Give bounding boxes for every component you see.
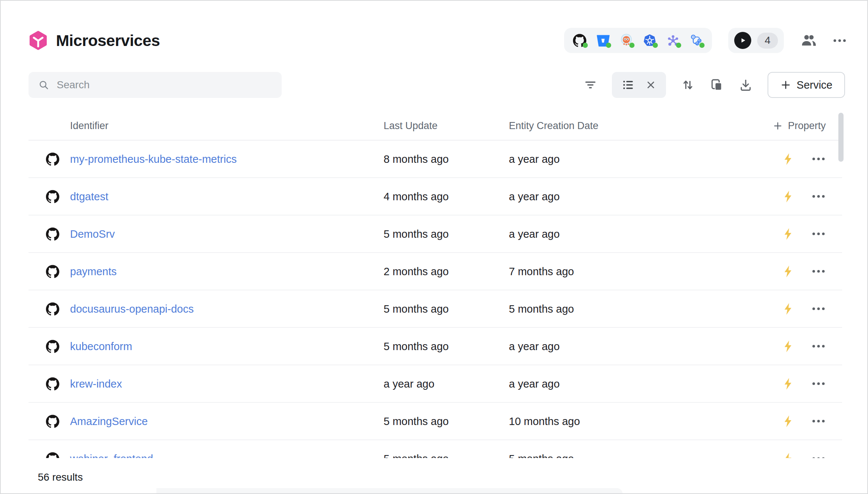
row-menu-button[interactable] <box>810 376 827 391</box>
horizontal-scrollbar-track <box>156 488 623 494</box>
bitbucket-integration-icon[interactable] <box>596 34 610 47</box>
argocd-integration-icon[interactable] <box>620 34 633 47</box>
last-update-cell: 5 months ago <box>384 340 449 352</box>
ellipsis-icon <box>812 158 815 160</box>
entities-table: Identifier Last Update Entity Creation D… <box>29 112 842 458</box>
run-action-button[interactable] <box>781 190 795 204</box>
github-integration-icon[interactable] <box>573 34 586 47</box>
close-icon <box>645 79 656 90</box>
entity-identifier-link[interactable]: DemoSrv <box>70 228 115 240</box>
filter-button[interactable] <box>584 78 597 92</box>
row-menu-button[interactable] <box>810 227 827 241</box>
creation-date-cell: a year ago <box>509 340 560 352</box>
run-action-button[interactable] <box>781 452 795 458</box>
row-menu-button[interactable] <box>810 302 827 316</box>
table-row: DemoSrv 5 months ago a year ago <box>29 215 842 253</box>
github-icon <box>46 152 59 166</box>
creation-date-cell: a year ago <box>509 190 560 202</box>
creation-date-cell: 5 months ago <box>509 452 574 458</box>
last-update-cell: 4 months ago <box>384 190 449 202</box>
vertical-scrollbar[interactable] <box>838 113 844 162</box>
github-icon <box>46 227 59 241</box>
filter-icon <box>584 78 597 92</box>
lightning-icon <box>782 452 794 458</box>
entity-identifier-link[interactable]: my-prometheus-kube-state-metrics <box>70 153 237 165</box>
lightning-icon <box>782 228 794 240</box>
search-input[interactable] <box>57 79 272 91</box>
last-update-cell: 5 months ago <box>384 415 449 427</box>
pipeline-integration-icon[interactable] <box>690 34 703 47</box>
status-dot <box>606 43 611 48</box>
ellipsis-icon <box>812 307 815 310</box>
table-row: krew-index a year ago a year ago <box>29 365 842 403</box>
column-header-entity-creation-date[interactable]: Entity Creation Date <box>509 120 599 132</box>
list-view-button[interactable] <box>622 78 635 92</box>
row-menu-button[interactable] <box>810 451 827 458</box>
table-row: my-prometheus-kube-state-metrics 8 month… <box>29 141 842 178</box>
download-icon <box>739 78 753 92</box>
run-action-button[interactable] <box>781 414 795 428</box>
row-menu-button[interactable] <box>810 264 827 279</box>
last-update-cell: a year ago <box>384 378 434 390</box>
status-dot <box>699 43 705 48</box>
lightning-icon <box>782 303 794 315</box>
row-menu-button[interactable] <box>810 339 827 354</box>
toolbar-actions: Service <box>584 72 845 98</box>
column-header-last-update[interactable]: Last Update <box>384 120 438 132</box>
play-icon <box>734 32 751 49</box>
add-service-button[interactable]: Service <box>768 72 845 98</box>
run-action-button[interactable] <box>781 264 795 279</box>
run-action-button[interactable] <box>781 377 795 391</box>
users-button[interactable] <box>800 32 817 49</box>
table-row: payments 2 months ago 7 months ago <box>29 253 842 290</box>
row-menu-button[interactable] <box>810 189 827 204</box>
column-header-identifier[interactable]: Identifier <box>70 120 109 132</box>
page-menu-button[interactable] <box>834 39 846 42</box>
ellipsis-icon <box>812 233 815 235</box>
results-footer: 56 results <box>1 458 867 494</box>
creation-date-cell: a year ago <box>509 153 560 165</box>
kubernetes-integration-icon[interactable] <box>643 34 656 47</box>
ellipsis-icon <box>812 382 815 385</box>
row-menu-button[interactable] <box>810 152 827 167</box>
github-icon <box>46 190 59 203</box>
run-action-button[interactable] <box>781 339 795 353</box>
microservice-blueprint-icon <box>29 31 48 50</box>
sort-button[interactable] <box>681 78 695 92</box>
run-action-button[interactable] <box>781 152 795 166</box>
status-dot <box>653 43 658 48</box>
entity-identifier-link[interactable]: krew-index <box>70 378 122 390</box>
group-by-button[interactable] <box>710 78 724 92</box>
title-group: Microservices <box>29 31 160 50</box>
creation-date-cell: 5 months ago <box>509 303 574 315</box>
entity-identifier-link[interactable]: AmazingService <box>70 415 148 427</box>
run-action-button[interactable] <box>781 302 795 316</box>
run-action-button[interactable] <box>781 227 795 241</box>
export-button[interactable] <box>739 78 753 92</box>
clear-view-button[interactable] <box>645 79 656 90</box>
sort-arrows-icon <box>681 78 695 92</box>
entity-identifier-link[interactable]: dtgatest <box>70 190 108 202</box>
add-service-label: Service <box>796 79 832 91</box>
header-controls: 4 <box>564 28 846 53</box>
table-row: docusaurus-openapi-docs 5 months ago 5 m… <box>29 290 842 328</box>
table-row: dtgatest 4 months ago a year ago <box>29 178 842 215</box>
view-toggle <box>612 72 666 98</box>
entity-identifier-link[interactable]: kubeconform <box>70 340 132 352</box>
entity-identifier-link[interactable]: payments <box>70 265 117 277</box>
graph-network-integration-icon[interactable] <box>666 34 680 47</box>
users-icon <box>800 32 817 49</box>
runs-button[interactable]: 4 <box>728 28 784 53</box>
ellipsis-icon <box>834 39 836 42</box>
app-header: Microservices <box>29 27 846 53</box>
creation-date-cell: a year ago <box>509 378 560 390</box>
table-body: my-prometheus-kube-state-metrics 8 month… <box>29 141 842 458</box>
search-box <box>29 72 282 98</box>
row-menu-button[interactable] <box>810 414 827 429</box>
add-property-button[interactable]: Property <box>773 120 826 132</box>
list-icon <box>622 78 635 92</box>
lightning-icon <box>782 415 794 428</box>
entity-identifier-link[interactable]: webiner_frontend <box>70 452 153 458</box>
entity-identifier-link[interactable]: docusaurus-openapi-docs <box>70 303 194 315</box>
last-update-cell: 5 months ago <box>384 452 449 458</box>
